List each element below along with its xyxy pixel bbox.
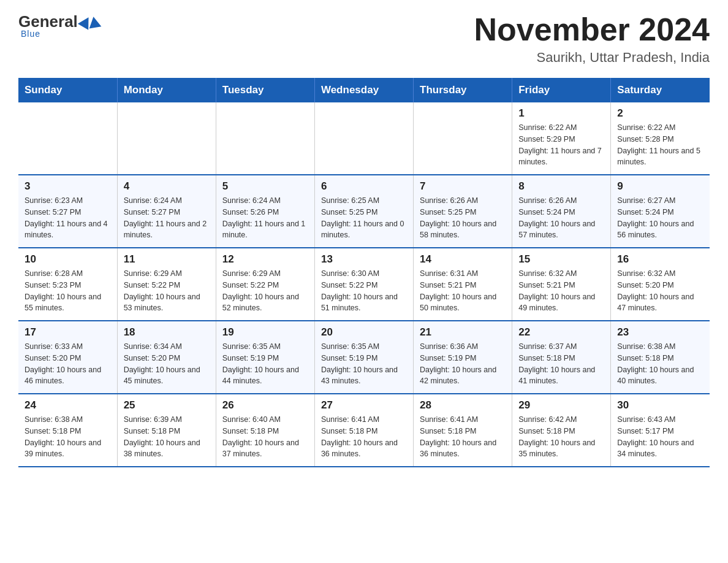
calendar-cell: 1Sunrise: 6:22 AM Sunset: 5:29 PM Daylig… bbox=[512, 102, 611, 175]
day-number: 13 bbox=[321, 253, 407, 266]
day-info: Sunrise: 6:32 AM Sunset: 5:20 PM Dayligh… bbox=[617, 268, 703, 314]
calendar-cell: 15Sunrise: 6:32 AM Sunset: 5:21 PM Dayli… bbox=[512, 248, 611, 321]
calendar-cell bbox=[117, 102, 216, 175]
day-info: Sunrise: 6:22 AM Sunset: 5:29 PM Dayligh… bbox=[518, 122, 604, 168]
weekday-header-tuesday: Tuesday bbox=[216, 78, 314, 102]
calendar-cell: 25Sunrise: 6:39 AM Sunset: 5:18 PM Dayli… bbox=[117, 394, 216, 467]
calendar-week-row: 10Sunrise: 6:28 AM Sunset: 5:23 PM Dayli… bbox=[18, 248, 710, 321]
calendar-cell: 11Sunrise: 6:29 AM Sunset: 5:22 PM Dayli… bbox=[117, 248, 216, 321]
calendar-week-row: 17Sunrise: 6:33 AM Sunset: 5:20 PM Dayli… bbox=[18, 321, 710, 394]
day-info: Sunrise: 6:33 AM Sunset: 5:20 PM Dayligh… bbox=[25, 341, 111, 387]
calendar-table: SundayMondayTuesdayWednesdayThursdayFrid… bbox=[18, 78, 710, 467]
day-info: Sunrise: 6:24 AM Sunset: 5:27 PM Dayligh… bbox=[124, 195, 210, 241]
calendar-cell: 16Sunrise: 6:32 AM Sunset: 5:20 PM Dayli… bbox=[611, 248, 710, 321]
day-number: 20 bbox=[321, 326, 407, 339]
calendar-week-row: 3Sunrise: 6:23 AM Sunset: 5:27 PM Daylig… bbox=[18, 175, 710, 248]
day-number: 9 bbox=[617, 180, 703, 193]
calendar-week-row: 24Sunrise: 6:38 AM Sunset: 5:18 PM Dayli… bbox=[18, 394, 710, 467]
calendar-cell: 2Sunrise: 6:22 AM Sunset: 5:28 PM Daylig… bbox=[611, 102, 710, 175]
day-info: Sunrise: 6:25 AM Sunset: 5:25 PM Dayligh… bbox=[321, 195, 407, 241]
calendar-cell: 4Sunrise: 6:24 AM Sunset: 5:27 PM Daylig… bbox=[117, 175, 216, 248]
calendar-week-row: 1Sunrise: 6:22 AM Sunset: 5:29 PM Daylig… bbox=[18, 102, 710, 175]
day-info: Sunrise: 6:34 AM Sunset: 5:20 PM Dayligh… bbox=[124, 341, 210, 387]
day-number: 18 bbox=[124, 326, 210, 339]
weekday-header-row: SundayMondayTuesdayWednesdayThursdayFrid… bbox=[18, 78, 710, 102]
day-info: Sunrise: 6:38 AM Sunset: 5:18 PM Dayligh… bbox=[617, 341, 703, 387]
day-info: Sunrise: 6:40 AM Sunset: 5:18 PM Dayligh… bbox=[222, 414, 308, 460]
weekday-header-saturday: Saturday bbox=[611, 78, 710, 102]
day-info: Sunrise: 6:39 AM Sunset: 5:18 PM Dayligh… bbox=[124, 414, 210, 460]
calendar-cell: 13Sunrise: 6:30 AM Sunset: 5:22 PM Dayli… bbox=[314, 248, 413, 321]
day-number: 22 bbox=[518, 326, 604, 339]
day-number: 10 bbox=[25, 253, 111, 266]
day-number: 25 bbox=[124, 399, 210, 412]
calendar-cell: 10Sunrise: 6:28 AM Sunset: 5:23 PM Dayli… bbox=[18, 248, 117, 321]
month-title: November 2024 bbox=[474, 12, 710, 47]
day-number: 7 bbox=[420, 180, 506, 193]
calendar-cell: 8Sunrise: 6:26 AM Sunset: 5:24 PM Daylig… bbox=[512, 175, 611, 248]
calendar-cell bbox=[314, 102, 413, 175]
day-info: Sunrise: 6:38 AM Sunset: 5:18 PM Dayligh… bbox=[25, 414, 111, 460]
day-number: 28 bbox=[420, 399, 506, 412]
day-number: 8 bbox=[518, 180, 604, 193]
day-number: 15 bbox=[518, 253, 604, 266]
day-number: 14 bbox=[420, 253, 506, 266]
day-info: Sunrise: 6:29 AM Sunset: 5:22 PM Dayligh… bbox=[124, 268, 210, 314]
day-number: 2 bbox=[617, 107, 703, 120]
day-number: 30 bbox=[617, 399, 703, 412]
day-number: 3 bbox=[25, 180, 111, 193]
day-info: Sunrise: 6:41 AM Sunset: 5:18 PM Dayligh… bbox=[420, 414, 506, 460]
calendar-cell: 3Sunrise: 6:23 AM Sunset: 5:27 PM Daylig… bbox=[18, 175, 117, 248]
calendar-cell: 30Sunrise: 6:43 AM Sunset: 5:17 PM Dayli… bbox=[611, 394, 710, 467]
day-number: 19 bbox=[222, 326, 308, 339]
calendar-cell: 24Sunrise: 6:38 AM Sunset: 5:18 PM Dayli… bbox=[18, 394, 117, 467]
day-number: 21 bbox=[420, 326, 506, 339]
day-info: Sunrise: 6:29 AM Sunset: 5:22 PM Dayligh… bbox=[222, 268, 308, 314]
day-info: Sunrise: 6:26 AM Sunset: 5:25 PM Dayligh… bbox=[420, 195, 506, 241]
day-info: Sunrise: 6:32 AM Sunset: 5:21 PM Dayligh… bbox=[518, 268, 604, 314]
calendar-cell: 19Sunrise: 6:35 AM Sunset: 5:19 PM Dayli… bbox=[216, 321, 314, 394]
calendar-cell: 29Sunrise: 6:42 AM Sunset: 5:18 PM Dayli… bbox=[512, 394, 611, 467]
day-info: Sunrise: 6:24 AM Sunset: 5:26 PM Dayligh… bbox=[222, 195, 308, 241]
day-info: Sunrise: 6:23 AM Sunset: 5:27 PM Dayligh… bbox=[25, 195, 111, 241]
calendar-cell bbox=[414, 102, 512, 175]
day-info: Sunrise: 6:37 AM Sunset: 5:18 PM Dayligh… bbox=[518, 341, 604, 387]
day-number: 4 bbox=[124, 180, 210, 193]
day-info: Sunrise: 6:30 AM Sunset: 5:22 PM Dayligh… bbox=[321, 268, 407, 314]
day-info: Sunrise: 6:22 AM Sunset: 5:28 PM Dayligh… bbox=[617, 122, 703, 168]
calendar-cell: 6Sunrise: 6:25 AM Sunset: 5:25 PM Daylig… bbox=[314, 175, 413, 248]
day-number: 6 bbox=[321, 180, 407, 193]
calendar-cell: 22Sunrise: 6:37 AM Sunset: 5:18 PM Dayli… bbox=[512, 321, 611, 394]
day-number: 29 bbox=[518, 399, 604, 412]
day-info: Sunrise: 6:31 AM Sunset: 5:21 PM Dayligh… bbox=[420, 268, 506, 314]
calendar-cell: 18Sunrise: 6:34 AM Sunset: 5:20 PM Dayli… bbox=[117, 321, 216, 394]
page-header: General Blue November 2024 Saurikh, Utta… bbox=[18, 12, 710, 66]
weekday-header-sunday: Sunday bbox=[18, 78, 117, 102]
calendar-cell: 21Sunrise: 6:36 AM Sunset: 5:19 PM Dayli… bbox=[414, 321, 512, 394]
day-number: 16 bbox=[617, 253, 703, 266]
weekday-header-friday: Friday bbox=[512, 78, 611, 102]
day-number: 11 bbox=[124, 253, 210, 266]
calendar-cell: 14Sunrise: 6:31 AM Sunset: 5:21 PM Dayli… bbox=[414, 248, 512, 321]
day-info: Sunrise: 6:42 AM Sunset: 5:18 PM Dayligh… bbox=[518, 414, 604, 460]
calendar-cell: 20Sunrise: 6:35 AM Sunset: 5:19 PM Dayli… bbox=[314, 321, 413, 394]
calendar-cell: 27Sunrise: 6:41 AM Sunset: 5:18 PM Dayli… bbox=[314, 394, 413, 467]
calendar-cell: 26Sunrise: 6:40 AM Sunset: 5:18 PM Dayli… bbox=[216, 394, 314, 467]
calendar-cell bbox=[216, 102, 314, 175]
calendar-cell: 7Sunrise: 6:26 AM Sunset: 5:25 PM Daylig… bbox=[414, 175, 512, 248]
day-info: Sunrise: 6:28 AM Sunset: 5:23 PM Dayligh… bbox=[25, 268, 111, 314]
day-info: Sunrise: 6:41 AM Sunset: 5:18 PM Dayligh… bbox=[321, 414, 407, 460]
day-info: Sunrise: 6:36 AM Sunset: 5:19 PM Dayligh… bbox=[420, 341, 506, 387]
day-number: 5 bbox=[222, 180, 308, 193]
weekday-header-wednesday: Wednesday bbox=[314, 78, 413, 102]
day-number: 26 bbox=[222, 399, 308, 412]
day-number: 17 bbox=[25, 326, 111, 339]
day-number: 24 bbox=[25, 399, 111, 412]
weekday-header-thursday: Thursday bbox=[414, 78, 512, 102]
logo-blue-text: Blue bbox=[21, 29, 40, 39]
calendar-cell bbox=[18, 102, 117, 175]
calendar-cell: 12Sunrise: 6:29 AM Sunset: 5:22 PM Dayli… bbox=[216, 248, 314, 321]
day-info: Sunrise: 6:35 AM Sunset: 5:19 PM Dayligh… bbox=[321, 341, 407, 387]
day-number: 12 bbox=[222, 253, 308, 266]
title-area: November 2024 Saurikh, Uttar Pradesh, In… bbox=[474, 12, 710, 66]
